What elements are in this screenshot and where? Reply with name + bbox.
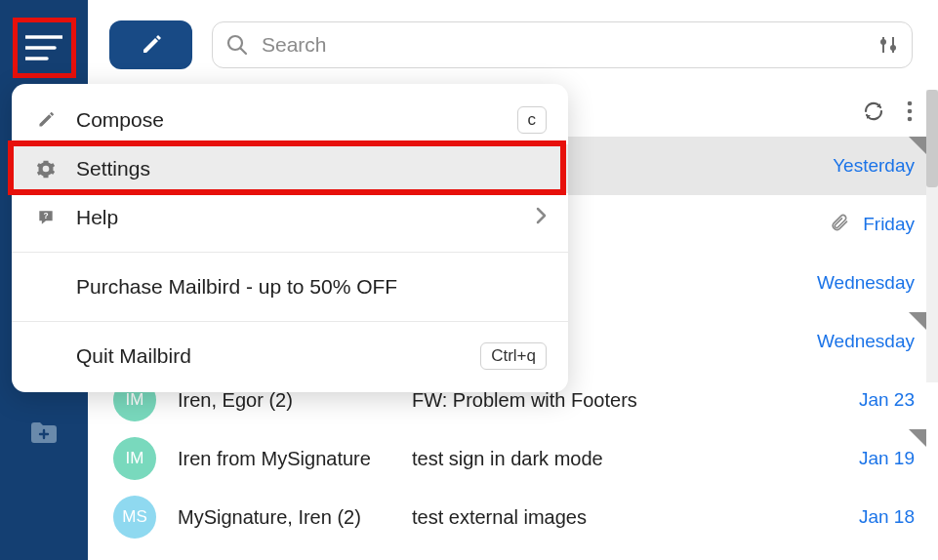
scrollbar-track[interactable] bbox=[926, 90, 938, 382]
menu-help-label: Help bbox=[76, 206, 517, 229]
more-button[interactable] bbox=[907, 100, 913, 127]
subject: test sign in dark mode bbox=[412, 448, 845, 470]
search-box[interactable] bbox=[212, 21, 913, 68]
chevron-right-icon bbox=[535, 206, 547, 229]
email-row[interactable]: MSMySignature, Iren (2)test external ima… bbox=[88, 488, 938, 546]
avatar: MS bbox=[113, 496, 156, 539]
folder-plus-icon bbox=[29, 420, 59, 445]
filter-sliders-icon[interactable] bbox=[878, 35, 898, 55]
svg-line-6 bbox=[241, 49, 247, 55]
search-icon bbox=[226, 34, 248, 56]
flag-corner bbox=[909, 312, 926, 330]
attachment-icon bbox=[830, 213, 849, 236]
menu-quit[interactable]: Quit Mailbird Ctrl+q bbox=[12, 332, 568, 380]
menu-help[interactable]: ? Help bbox=[12, 193, 568, 242]
hamburger-button[interactable] bbox=[25, 34, 62, 61]
add-folder-button[interactable] bbox=[29, 420, 59, 449]
svg-point-10 bbox=[890, 45, 896, 51]
flag-corner bbox=[909, 137, 926, 154]
hamburger-icon bbox=[25, 34, 62, 61]
pencil-icon bbox=[141, 34, 162, 56]
help-icon: ? bbox=[33, 208, 59, 227]
svg-text:?: ? bbox=[43, 211, 48, 220]
email-date: Jan 23 bbox=[859, 389, 915, 411]
menu-purchase[interactable]: Purchase Mailbird - up to 50% OFF bbox=[12, 262, 568, 311]
menu-purchase-label: Purchase Mailbird - up to 50% OFF bbox=[76, 275, 547, 299]
sender-name: MySignature, Iren (2) bbox=[178, 506, 412, 529]
refresh-button[interactable] bbox=[862, 100, 885, 127]
pencil-icon bbox=[33, 111, 59, 129]
email-date: Wednesday bbox=[817, 331, 915, 352]
hamburger-highlight bbox=[13, 18, 76, 78]
email-date: Wednesday bbox=[817, 272, 915, 294]
svg-point-12 bbox=[908, 109, 913, 114]
avatar: IM bbox=[113, 437, 156, 480]
subject: test external images bbox=[412, 506, 845, 529]
main-menu: Compose c Settings ? Help Purchase Mailb… bbox=[12, 84, 568, 392]
menu-compose-label: Compose bbox=[76, 108, 500, 132]
menu-settings[interactable]: Settings bbox=[12, 144, 568, 193]
menu-settings-label: Settings bbox=[76, 157, 547, 180]
email-date: Yesterday bbox=[833, 155, 915, 177]
menu-compose[interactable]: Compose c bbox=[12, 96, 568, 144]
scrollbar-thumb[interactable] bbox=[926, 90, 938, 187]
svg-point-11 bbox=[908, 101, 913, 106]
email-row[interactable]: IMIren from MySignaturetest sign in dark… bbox=[88, 429, 938, 488]
search-input[interactable] bbox=[262, 33, 865, 57]
email-date: Jan 19 bbox=[859, 448, 915, 469]
menu-separator bbox=[12, 252, 568, 253]
refresh-icon bbox=[862, 100, 885, 123]
more-vertical-icon bbox=[907, 100, 913, 123]
topbar bbox=[88, 0, 938, 90]
menu-quit-label: Quit Mailbird bbox=[76, 344, 463, 368]
svg-point-8 bbox=[880, 39, 886, 45]
menu-separator bbox=[12, 321, 568, 322]
flag-corner bbox=[909, 429, 926, 447]
sender-name: Iren from MySignature bbox=[178, 448, 412, 470]
gear-icon bbox=[33, 159, 59, 179]
menu-quit-shortcut: Ctrl+q bbox=[480, 342, 547, 370]
email-date: Friday bbox=[863, 214, 915, 235]
compose-button[interactable] bbox=[109, 20, 192, 69]
menu-compose-shortcut: c bbox=[517, 106, 548, 134]
svg-point-13 bbox=[908, 117, 913, 122]
email-date: Jan 18 bbox=[859, 506, 915, 528]
